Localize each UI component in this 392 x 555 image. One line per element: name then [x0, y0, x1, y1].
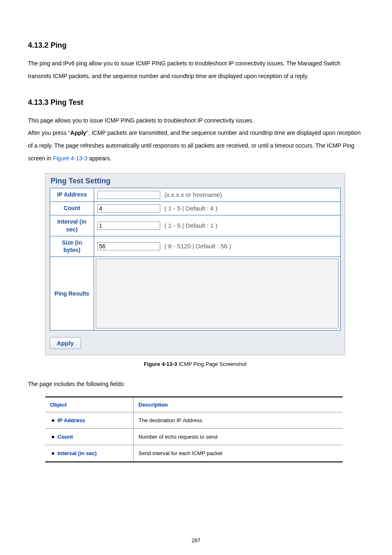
ip-input[interactable] [97, 191, 160, 199]
figure-link[interactable]: Figure 4-13-3 [53, 155, 88, 162]
obj-text: Interval (in sec) [58, 450, 97, 456]
obj-cell: Interval (in sec) [45, 445, 134, 462]
head-description: Description [134, 397, 343, 412]
head-object: Object [45, 397, 134, 412]
fields-row: Interval (in sec) Send interval for each… [45, 445, 343, 462]
hint-ip: (x.x.x.x or hostname) [164, 191, 222, 198]
fields-intro: The page includes the following fields: [28, 378, 364, 391]
para-line-1: This page allows you to issue ICMP PING … [28, 117, 254, 124]
row-ip: IP Address (x.x.x.x or hostname) [50, 188, 341, 201]
caption-rest: ICMP Ping Page Screenshot [177, 361, 247, 367]
fields-table: Object Description IP Address The destin… [45, 396, 343, 462]
cell-results [94, 257, 341, 331]
fields-head-row: Object Description [45, 397, 343, 412]
para-line-2a: After you press " [28, 130, 70, 136]
hint-interval: ( 1 - 5 | Default : 1 ) [164, 222, 217, 229]
interval-input[interactable] [97, 222, 160, 230]
label-results: Ping Results [50, 257, 94, 331]
apply-button[interactable]: Apply [50, 337, 81, 349]
cell-size: ( 8 - 5120 | Default : 56 ) [94, 236, 341, 257]
figure-caption: Figure 4-13-3 ICMP Ping Page Screenshot [45, 361, 345, 367]
label-count: Count [50, 201, 94, 215]
heading-ping: 4.13.2 Ping [28, 41, 364, 50]
caption-bold: Figure 4-13-3 [144, 361, 177, 367]
obj-text: Count [58, 434, 73, 440]
cell-count: ( 1 - 5 | Default : 4 ) [94, 201, 341, 215]
size-input[interactable] [97, 242, 160, 250]
page: 4.13.2 Ping The ping and IPv6 ping allow… [0, 0, 392, 555]
para-line-2c: appears. [88, 155, 111, 162]
obj-cell: IP Address [45, 412, 134, 429]
para-ping-test: This page allows you to issue ICMP PING … [28, 114, 364, 165]
label-size: Size (in bytes) [50, 236, 94, 257]
fields-row: Count Number of echo requests to send [45, 429, 343, 445]
row-interval: Interval (in sec) ( 1 - 5 | Default : 1 … [50, 215, 341, 236]
row-results: Ping Results [50, 257, 341, 331]
desc-cell: The destination IP Address [134, 412, 343, 429]
bullet-icon [52, 452, 54, 455]
ping-test-panel: Ping Test Setting IP Address (x.x.x.x or… [45, 173, 345, 356]
bullet-icon [52, 419, 54, 422]
ping-form-table: IP Address (x.x.x.x or hostname) Count (… [50, 188, 341, 331]
row-size: Size (in bytes) ( 8 - 5120 | Default : 5… [50, 236, 341, 257]
label-ip: IP Address [50, 188, 94, 201]
panel-title: Ping Test Setting [51, 177, 341, 185]
desc-cell: Send interval for each ICMP packet [134, 445, 343, 462]
bullet-icon [52, 436, 54, 438]
obj-text: IP Address [58, 417, 85, 423]
results-textarea[interactable] [96, 259, 339, 328]
hint-count: ( 1 - 5 | Default : 4 ) [164, 205, 217, 212]
desc-cell: Number of echo requests to send [134, 429, 343, 445]
cell-ip: (x.x.x.x or hostname) [94, 188, 341, 201]
apply-word: Apply [70, 130, 86, 136]
cell-interval: ( 1 - 5 | Default : 1 ) [94, 215, 341, 236]
label-interval: Interval (in sec) [50, 215, 94, 236]
fields-row: IP Address The destination IP Address [45, 412, 343, 429]
row-count: Count ( 1 - 5 | Default : 4 ) [50, 201, 341, 215]
figure-panel-wrap: Ping Test Setting IP Address (x.x.x.x or… [45, 173, 345, 368]
page-number: 297 [0, 537, 392, 543]
obj-cell: Count [45, 429, 134, 445]
hint-size: ( 8 - 5120 | Default : 56 ) [164, 243, 231, 250]
count-input[interactable] [97, 204, 160, 213]
button-row: Apply [50, 337, 341, 349]
para-ping: The ping and IPv6 ping allow you to issu… [28, 57, 364, 83]
heading-ping-test: 4.13.3 Ping Test [28, 98, 364, 107]
